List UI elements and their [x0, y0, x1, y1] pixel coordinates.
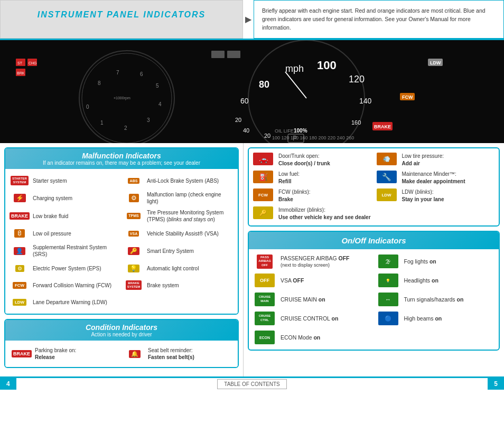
- list-item: 💡 Automatic light control: [124, 261, 234, 276]
- turn-signals-label: Turn signals/hazards on: [404, 296, 464, 303]
- svg-text:20: 20: [264, 133, 270, 139]
- list-item: VSA Vehicle Stability Assist® (VSA): [124, 226, 234, 241]
- ldw-label: Lane Departure Warning (LDW): [33, 299, 107, 306]
- cruise-main-label: CRUISE MAIN on: [281, 296, 325, 303]
- charging-system-icon: ⚡: [10, 192, 30, 204]
- malfunction-body: STARTERSYSTEM Starter system ABS Anti-Lo…: [5, 169, 238, 314]
- low-tire-label: Low tire pressure:Add air: [402, 153, 444, 167]
- list-item: FCW Forward Collision Warning (FCW): [10, 278, 119, 293]
- dashboard-image: 8 7 6 5 4 3 2 1 0 ×1000rpm 80 60 mph 100…: [0, 40, 504, 143]
- cruise-main-icon: CRUISEMAIN: [253, 291, 276, 307]
- svg-text:1: 1: [100, 120, 104, 126]
- seatbelt-icon: 🔔: [125, 347, 145, 360]
- page-wrapper: INSTRUMENT PANEL INDICATORS ▶ Briefly ap…: [0, 0, 504, 390]
- abs-label: Anti-Lock Brake System (ABS): [147, 177, 219, 184]
- list-item: 🔑 Smart Entry System: [124, 243, 234, 259]
- condition-header: Condition Indicators Action is needed by…: [5, 320, 238, 341]
- malfunction-lamp-label: Malfunction lamp (check engine light): [147, 191, 234, 205]
- low-fuel-icon: ⛽: [253, 171, 274, 185]
- page-number-left: 4: [0, 378, 16, 390]
- tpms-label: Tire Pressure Monitoring System (TPMS) (…: [147, 209, 234, 223]
- malfunction-grid: STARTERSYSTEM Starter system ABS Anti-Lo…: [10, 173, 234, 309]
- brake-system-icon: BRAKESYSTEM: [124, 279, 144, 291]
- immobilizer-label: Immobilizer (blinks):Use other vehicle k…: [278, 206, 371, 221]
- svg-text:100%: 100%: [294, 128, 307, 134]
- list-item: 👤 Supplemental Restraint System (SRS): [10, 243, 119, 259]
- door-trunk-icon: 🚗: [253, 153, 274, 167]
- toc-button[interactable]: TABLE OF CONTENTS: [217, 379, 286, 389]
- passenger-airbag-icon: PASSAIRBAGOFF: [253, 253, 276, 269]
- svg-text:mph: mph: [285, 63, 304, 74]
- svg-text:40: 40: [243, 127, 249, 134]
- eps-label: Electric Power System (EPS): [33, 265, 101, 272]
- list-item: CRUISEMAIN CRUISE MAIN on: [253, 291, 371, 307]
- vsa-off-icon: OFF: [253, 272, 276, 288]
- cruise-control-icon: CRUISECTRL: [253, 310, 276, 326]
- srs-icon: 👤: [10, 244, 30, 257]
- list-item: ⚡ Charging system: [10, 190, 119, 206]
- malfunction-title: Malfunction Indicators: [11, 152, 232, 160]
- svg-rect-41: [227, 51, 240, 58]
- title-box: INSTRUMENT PANEL INDICATORS: [0, 0, 243, 39]
- list-item: 🚗 Door/Trunk open:Close door(s) / trunk: [253, 153, 371, 167]
- svg-text:ST: ST: [17, 61, 23, 65]
- list-item: 🌫 Fog lights on: [377, 253, 495, 269]
- eps-icon: ⚙: [10, 262, 30, 275]
- svg-text:LDW: LDW: [430, 60, 441, 65]
- list-item: BRAKE Parking brake on:Release: [10, 345, 120, 363]
- turn-signals-icon: ↔: [377, 291, 400, 307]
- vsa-label: Vehicle Stability Assist® (VSA): [147, 230, 219, 237]
- starter-system-label: Starter system: [33, 177, 67, 184]
- arrow-connector: ▶: [243, 0, 254, 39]
- condition-body: BRAKE Parking brake on:Release 🔔 Seat be…: [5, 341, 238, 367]
- svg-text:3: 3: [147, 117, 150, 123]
- list-item: ⛽ Low fuel:Refill: [253, 171, 371, 185]
- condition-subtitle: Action is needed by driver: [11, 332, 232, 337]
- list-item: STARTERSYSTEM Starter system: [10, 173, 119, 188]
- svg-text:0: 0: [86, 104, 89, 110]
- svg-text:6: 6: [140, 71, 143, 77]
- list-item: OFF VSA OFF: [253, 272, 371, 288]
- low-oil-icon: 🛢: [10, 227, 30, 240]
- list-item: CRUISECTRL CRUISE CONTROL on: [253, 310, 371, 326]
- auto-light-label: Automatic light control: [147, 265, 199, 272]
- passenger-airbag-label: PASSENGER AIRBAG OFF(next to display scr…: [281, 255, 350, 268]
- onoff-header: On/Off Indicators: [249, 232, 499, 249]
- malfunction-subtitle: If an indicator remains on, there may be…: [11, 160, 232, 166]
- low-brake-fluid-label: Low brake fluid: [33, 213, 68, 220]
- svg-rect-40: [211, 51, 225, 58]
- list-item: 💡 Headlights on: [377, 272, 495, 288]
- list-item: TPMS Tire Pressure Monitoring System (TP…: [124, 208, 234, 224]
- low-oil-label: Low oil pressure: [33, 230, 71, 237]
- fcw-icon: FCW: [10, 279, 30, 291]
- svg-text:60: 60: [240, 97, 249, 105]
- list-item: ⚙ Electric Power System (EPS): [10, 261, 119, 276]
- svg-text:100 120 140 160 180 200 220 24: 100 120 140 160 180 200 220 240 260: [272, 135, 354, 140]
- condition-grid: BRAKE Parking brake on:Release 🔔 Seat be…: [10, 345, 234, 363]
- brake-system-label: Brake system: [147, 282, 179, 289]
- malfunction-section: Malfunction Indicators If an indicator r…: [4, 147, 239, 315]
- svg-text:P: P: [293, 135, 297, 142]
- svg-rect-0: [0, 40, 504, 143]
- srs-label: Supplemental Restraint System (SRS): [33, 244, 119, 258]
- auto-light-icon: 💡: [124, 262, 144, 275]
- smart-entry-label: Smart Entry System: [147, 248, 194, 255]
- onoff-section: On/Off Indicators PASSAIRBAGOFF PASSENGE…: [248, 231, 500, 351]
- malfunction-lamp-icon: ⚙: [124, 192, 144, 204]
- svg-text:80: 80: [259, 79, 269, 90]
- headlights-label: Headlights on: [404, 277, 438, 284]
- immobilizer-icon: 🔑: [253, 206, 274, 221]
- page-footer: 4 TABLE OF CONTENTS 5: [0, 376, 504, 390]
- list-item: ECON ECON Mode on: [253, 329, 371, 345]
- svg-text:7: 7: [116, 70, 119, 76]
- ldw-icon: LDW: [10, 296, 30, 308]
- high-beams-icon: 🔵: [377, 310, 400, 326]
- svg-text:140: 140: [359, 97, 372, 105]
- svg-text:2: 2: [124, 125, 127, 131]
- list-item: BRAKESYSTEM Brake system: [124, 278, 234, 293]
- svg-text:BRAKE: BRAKE: [374, 124, 391, 129]
- maintenance-minder-icon: 🔧: [377, 171, 398, 185]
- list-item: 🔧 Maintenance Minder™:Make dealer appoin…: [377, 171, 495, 185]
- maintenance-minder-label: Maintenance Minder™:Make dealer appointm…: [402, 171, 465, 185]
- footer-center: TABLE OF CONTENTS: [16, 379, 488, 389]
